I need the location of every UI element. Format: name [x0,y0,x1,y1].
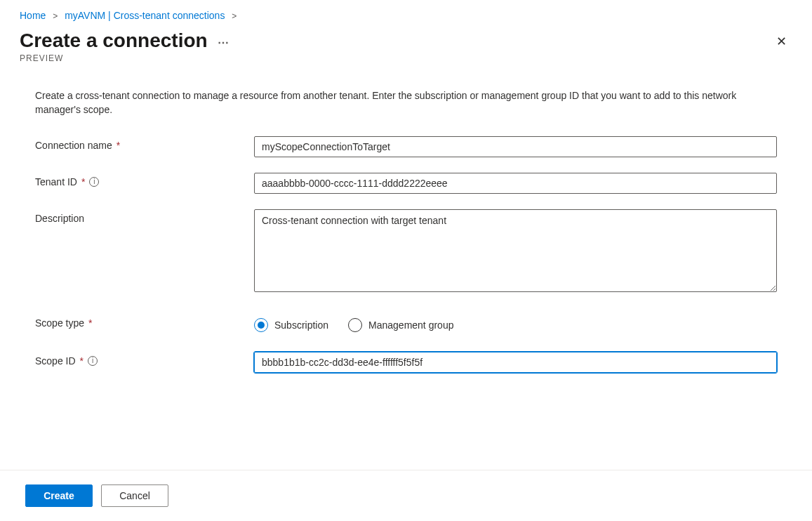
row-scope-id: Scope ID * i [35,352,777,373]
info-icon[interactable]: i [88,356,98,366]
breadcrumb-home[interactable]: Home [20,10,46,21]
row-tenant-id: Tenant ID * i [35,173,777,194]
radio-subscription-label: Subscription [274,319,328,331]
row-scope-type: Scope type * Subscription Management gro… [35,314,777,332]
more-icon[interactable]: ⋯ [218,33,229,48]
description-input[interactable]: Cross-tenant connection with target tena… [254,209,777,292]
row-description: Description Cross-tenant connection with… [35,209,777,294]
intro-text: Create a cross-tenant connection to mana… [35,88,777,117]
page-header: Create a connection ⋯ PREVIEW ✕ [0,27,812,63]
radio-subscription[interactable]: Subscription [254,318,328,332]
chevron-right-icon: > [53,11,58,21]
radio-selected-icon [254,318,268,332]
label-tenant-id: Tenant ID [35,176,77,187]
cancel-button[interactable]: Cancel [101,484,168,507]
label-scope-type: Scope type [35,317,84,329]
label-description: Description [35,213,84,224]
label-scope-id: Scope ID [35,355,76,367]
radio-unselected-icon [348,318,362,332]
chevron-right-icon: > [232,11,237,21]
label-connection-name: Connection name [35,140,112,151]
page-title: Create a connection [20,29,208,52]
connection-name-input[interactable] [254,136,777,157]
breadcrumb-parent[interactable]: myAVNM | Cross-tenant connections [65,10,225,21]
required-asterisk: * [80,355,84,367]
create-button[interactable]: Create [25,484,93,507]
required-asterisk: * [81,176,85,187]
close-icon[interactable]: ✕ [776,29,792,49]
scope-id-input[interactable] [254,352,777,373]
breadcrumb: Home > myAVNM | Cross-tenant connections… [0,0,812,27]
form-content: Create a cross-tenant connection to mana… [0,63,812,373]
radio-management-group-label: Management group [368,319,453,331]
required-asterisk: * [88,317,92,329]
tenant-id-input[interactable] [254,173,777,194]
preview-label: PREVIEW [20,53,229,63]
radio-management-group[interactable]: Management group [348,318,453,332]
info-icon[interactable]: i [89,177,99,187]
required-asterisk: * [117,140,120,151]
row-connection-name: Connection name * [35,136,777,157]
footer: Create Cancel [0,470,812,521]
